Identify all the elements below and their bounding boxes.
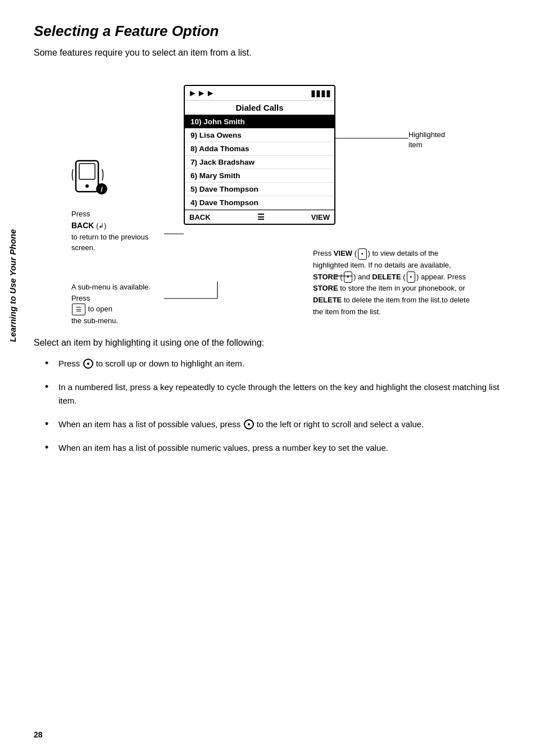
annotation-submenu: A sub-menu is available. Press ☰ to open… <box>71 282 167 326</box>
screen-title: Dialed Calls <box>185 101 334 115</box>
back-label: BACK <box>189 213 211 221</box>
bullet-list: Press to scroll up or down to highlight … <box>34 357 502 455</box>
bottom-section: Select an item by highlighting it using … <box>34 338 502 455</box>
annotation-highlighted: Highlighted item <box>408 130 470 150</box>
screen-status-bar: ►►► ▮▮▮▮ <box>185 86 334 101</box>
svg-point-7 <box>85 184 89 188</box>
annotation-view: Press VIEW (•) to view details of the hi… <box>313 248 470 318</box>
screen-list-item: 8) Adda Thomas <box>185 142 334 156</box>
scroll-circle-icon <box>83 359 93 369</box>
page-title: Selecting a Feature Option <box>34 22 502 40</box>
phone-icon-container: i <box>71 158 116 203</box>
screen-list-item: 6) Mary Smith <box>185 169 334 183</box>
phone-screen: ►►► ▮▮▮▮ Dialed Calls 10) John Smith 9) … <box>184 85 335 225</box>
menu-icon: ☰ <box>257 212 265 221</box>
screen-bottom-bar: BACK ☰ VIEW <box>185 210 334 224</box>
page-number: 28 <box>34 730 43 739</box>
select-intro: Select an item by highlighting it using … <box>34 338 502 348</box>
sidebar-label: Learning to Use Your Phone <box>8 229 17 342</box>
screen-list-item: 10) John Smith <box>185 115 334 129</box>
list-item: When an item has a list of possible nume… <box>45 441 502 455</box>
annotation-back: Press BACK (↲) to return to the previous… <box>71 209 161 253</box>
screen-list-item: 7) Jack Bradshaw <box>185 156 334 169</box>
view-label: VIEW <box>311 213 330 221</box>
screen-list-item: 4) Dave Thompson <box>185 196 334 210</box>
list-item: Press to scroll up or down to highlight … <box>45 357 502 370</box>
list-item: When an item has a list of possible valu… <box>45 418 502 431</box>
screen-list-item: 5) Dave Thompson <box>185 183 334 196</box>
signal-icon: ►►► <box>188 88 215 98</box>
scroll-circle-icon-2 <box>244 419 254 429</box>
screen-list-item: 9) Lisa Owens <box>185 129 334 142</box>
diagram-area: i Press BACK (↲) to return to the previo… <box>34 74 502 321</box>
subtitle: Some features require you to select an i… <box>34 48 502 58</box>
list-item: In a numbered list, press a key repeated… <box>45 381 502 408</box>
svg-rect-6 <box>79 164 95 179</box>
battery-icon: ▮▮▮▮ <box>311 88 331 98</box>
